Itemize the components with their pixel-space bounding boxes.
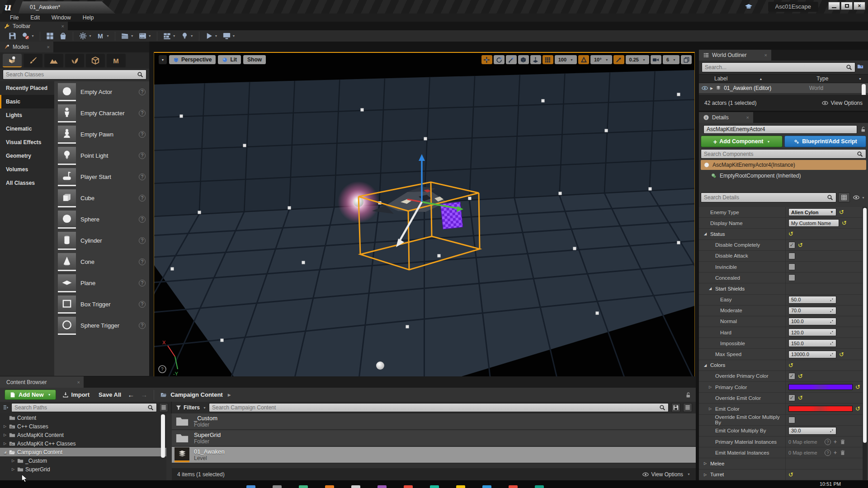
search-components-input[interactable] [704,151,857,157]
category-cinematic[interactable]: Cinematic [0,122,54,136]
blueprints-button[interactable]: M▼ [96,32,109,40]
invincible-checkbox[interactable] [788,263,795,270]
help-icon[interactable]: ? [139,216,146,223]
build-button[interactable]: ▼ [163,32,176,40]
expander-icon[interactable]: ▷ [11,467,15,471]
help-icon[interactable]: ? [139,195,146,202]
enemy-type-dropdown[interactable]: Alien Cylon▼ [788,208,836,216]
menu-help[interactable]: Help [77,14,99,21]
search-assets-box[interactable] [209,403,669,412]
blueprint-add-script-button[interactable]: Blueprint/Add Script [784,136,866,147]
menu-edit[interactable]: Edit [25,14,45,21]
help-icon[interactable]: ? [139,89,146,95]
cinematics-button[interactable]: ▼ [121,32,134,40]
place-item-cube[interactable]: Cube? [54,188,149,209]
tree-item-ascmapkit-c-classes[interactable]: ▷C+AscMapKit C++ Classes [0,439,166,448]
expander-icon[interactable]: ▷ [3,441,7,446]
help-icon[interactable]: ? [825,450,831,456]
camera-speed-value[interactable]: 6▼ [663,55,679,64]
taskbar-app-icon[interactable] [351,485,360,488]
reset-to-default-icon[interactable]: ↺ [842,220,847,226]
rotate-tool-button[interactable] [494,55,505,64]
place-item-box-trigger[interactable]: Box Trigger? [54,294,149,315]
section-expander-icon[interactable]: ◢ [704,232,710,236]
paths-list-button[interactable] [159,403,168,412]
search-components-box[interactable] [701,149,866,159]
disable-completely-checkbox[interactable]: ✓ [788,242,795,249]
add-element-icon[interactable]: + [834,439,837,445]
camera-speed-button[interactable] [651,55,661,64]
category-volumes[interactable]: Volumes [0,163,54,176]
place-item-cylinder[interactable]: Cylinder? [54,230,149,251]
help-icon[interactable]: ? [139,152,146,159]
maximize-viewport-button[interactable] [681,55,692,64]
moderate-field[interactable]: 70.0 [788,307,836,314]
settings-button[interactable]: ▼ [79,32,92,40]
emit-color-multiply-by-field[interactable]: 30.0 [788,427,836,435]
display-name-field[interactable]: My Custom Name [788,219,839,227]
place-item-plane[interactable]: Plane? [54,272,149,294]
taskbar-app-icon[interactable] [456,485,465,488]
reset-to-default-icon[interactable]: ↺ [788,362,793,368]
windows-taskbar[interactable]: 10:51 PM [0,480,868,488]
section-expander-icon[interactable]: ▷ [704,473,710,477]
reset-to-default-icon[interactable]: ↺ [855,406,860,412]
rotation-snap-button[interactable] [578,55,589,64]
add-folder-icon[interactable] [857,63,863,70]
taskbar-app-icon[interactable] [509,485,518,488]
reset-to-default-icon[interactable]: ↺ [839,352,844,357]
place-item-sphere[interactable]: Sphere? [54,209,149,230]
mode-tool-mesh-paint[interactable]: M [107,54,126,67]
component-ascmapkitenemyactor4-instance[interactable]: AscMapKitEnemyActor4(Instance) [701,160,866,170]
reset-to-default-icon[interactable]: ↺ [798,395,803,401]
modes-tab[interactable]: Modes × [0,42,53,52]
place-item-cone[interactable]: Cone? [54,251,149,272]
filters-button[interactable]: Filters ▼ [175,404,206,411]
column-options-icon[interactable]: ▼ [859,77,862,80]
matinee-button[interactable]: ▼ [138,32,151,40]
add-new-button[interactable]: Add New▼ [5,389,56,400]
lock-open-icon[interactable] [860,126,866,132]
taskbar-app-icon[interactable] [273,485,282,488]
display-filter-button[interactable]: ▼ [852,192,866,202]
show-button[interactable]: Show [243,55,266,64]
help-icon[interactable]: ? [139,110,146,117]
tree-item-custom[interactable]: ▷_Custom [0,456,166,465]
mode-tool-foliage[interactable] [65,54,84,67]
reset-to-default-icon[interactable]: ↺ [788,472,793,478]
expander-icon[interactable]: ▷ [11,459,15,463]
view-options-button[interactable]: View Options [822,100,863,106]
outliner-search-input[interactable] [705,64,846,70]
help-icon[interactable]: ? [139,280,146,286]
section-expander-icon[interactable]: ▷ [704,461,710,465]
world-outliner-tab[interactable]: World Outliner × [699,50,771,61]
world-space-button[interactable] [518,55,529,64]
expander-icon[interactable]: ▶ [710,86,713,90]
category-recently-placed[interactable]: Recently Placed [0,81,54,95]
hard-field[interactable]: 120.0 [788,328,836,336]
place-item-player-start[interactable]: Player Start? [54,166,149,188]
expander-icon[interactable]: ▷ [709,385,715,389]
minimize-button[interactable] [828,2,840,10]
perspective-button[interactable]: Perspective [169,55,216,64]
save-filter-button[interactable] [671,403,680,412]
outliner-row[interactable]: ▶01_Awaken (Editor)World [699,83,868,93]
actor-name-field[interactable] [703,125,857,134]
menu-window[interactable]: Window [46,14,76,21]
max-speed-field[interactable]: 13000.0 [788,351,836,358]
scale-snap-button[interactable] [613,55,624,64]
search-assets-input[interactable] [212,404,659,411]
expander-icon[interactable]: ◢ [3,450,7,454]
category-geometry[interactable]: Geometry [0,149,54,163]
restore-button[interactable] [841,2,853,10]
outliner-column-header[interactable]: Label ▲ Type ▼ [699,74,868,83]
mode-tool-paint[interactable] [24,54,42,67]
taskbar-app-icon[interactable] [299,485,308,488]
taskbar-app-icon[interactable] [404,485,413,488]
content-browser-tab[interactable]: Content Browser × [0,376,84,388]
tree-item-ascmapkit-content[interactable]: ▷AscMapKit Content [0,431,166,439]
save-all-button[interactable]: Save All [96,391,121,398]
category-lights[interactable]: Lights [0,108,54,122]
details-scrollbar[interactable] [863,207,867,480]
viewport-options-button[interactable]: ▼ [159,55,167,64]
